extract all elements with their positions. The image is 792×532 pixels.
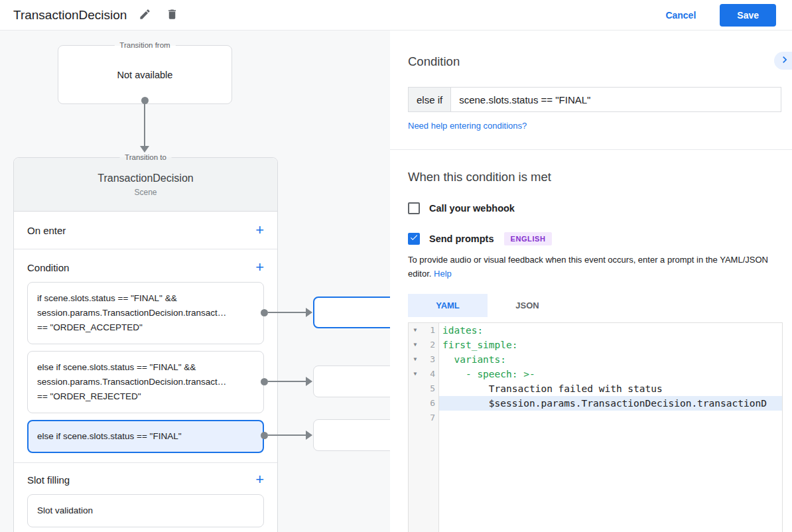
tab-yaml[interactable]: YAML [408,294,488,317]
transition-to-box: Transition to TransactionDecision Scene … [13,157,278,532]
condition-expression-input[interactable] [451,88,781,111]
line-number: 6 [422,396,439,411]
delete-scene-button[interactable] [163,5,181,25]
arrow-right-icon [306,308,312,317]
line-number: 2 [422,338,439,352]
tab-json[interactable]: JSON [488,294,567,317]
code-lines: ▼1idates:▼2first_simple:▼3 variants:▼4 -… [409,323,782,425]
code-line[interactable]: ▼2first_simple: [409,338,782,352]
on-enter-label: On enter [27,225,66,236]
top-bar: TransactionDecision Cancel Save [0,0,792,31]
add-on-enter-button[interactable]: + [255,223,264,237]
code-line[interactable]: ▼3 variants: [409,352,782,367]
editor-gutter-rest [409,425,782,532]
code-text: idates: [439,323,782,338]
line-number: 3 [422,352,439,367]
condition-line: == "ORDER_REJECTED" [37,389,254,404]
code-line[interactable]: 5 Transaction failed with status [409,381,782,396]
webhook-label: Call your webhook [429,203,515,214]
condition-card-rejected[interactable]: else if scene.slots.status == "FINAL" &&… [27,351,264,413]
arrow-down-icon [140,146,149,153]
connector-dot [261,309,268,316]
code-text [439,411,782,425]
transition-from-value: Not available [117,70,173,80]
fold-arrow-icon[interactable]: ▼ [409,352,422,367]
condition-section-label: Condition [27,262,69,273]
yaml-code-editor[interactable]: ▼1idates:▼2first_simple:▼3 variants:▼4 -… [408,322,783,532]
transition-from-box: Transition from Not available [58,45,232,104]
on-enter-section: On enter + [14,212,277,249]
code-line[interactable]: 6 $session.params.TransactionDecision.tr… [409,396,782,411]
pencil-icon [139,8,151,23]
transition-target-box-active[interactable] [313,297,390,328]
line-number: 1 [422,323,439,338]
collapse-panel-button[interactable] [774,52,792,70]
condition-line: == "ORDER_ACCEPTED" [37,320,254,335]
scene-name: TransactionDecision [14,172,277,184]
condition-section: Condition + if scene.slots.status == "FI… [14,249,277,463]
webhook-checkbox[interactable] [408,202,420,214]
cancel-button[interactable]: Cancel [665,10,696,21]
add-slot-button[interactable]: + [255,472,264,487]
condition-prefix-label: else if [409,88,451,111]
condition-help-link[interactable]: Need help entering conditions? [408,121,527,131]
condition-line: else if scene.slots.status == "FINAL" [37,429,254,444]
trash-icon [166,8,178,23]
fold-arrow-icon[interactable]: ▼ [409,323,422,338]
code-text: variants: [439,352,782,367]
scene-type-label: Scene [14,188,277,197]
connector-dot [261,432,268,439]
condition-panel-title: Condition [408,54,781,69]
transition-to-legend: Transition to [119,153,172,163]
transition-from-legend: Transition from [114,40,175,50]
send-prompts-checkbox[interactable] [408,233,420,245]
transition-target-box[interactable] [313,366,390,397]
code-text: $session.params.TransactionDecision.tran… [439,396,782,411]
connector-line [144,103,145,146]
prompt-helper-text: To provide audio or visual feedback when… [408,253,781,281]
slot-filling-label: Slot filling [27,474,70,486]
chevron-right-icon [778,53,791,68]
helper-text: To provide audio or visual feedback when… [408,255,768,279]
transition-target-box[interactable] [313,419,390,451]
arrow-right-icon [306,431,312,440]
condition-line: session.params.TransactionDecision.trans… [37,375,254,389]
prompts-check-row: Send prompts ENGLISH [408,232,781,245]
editor-tabs: YAML JSON [408,294,781,317]
code-line[interactable]: 7 [409,411,782,425]
checkmark-icon [409,233,419,245]
edit-title-button[interactable] [136,5,154,25]
slot-validation-card[interactable]: Slot validation [27,494,264,527]
fold-gutter [409,396,422,411]
condition-expression-row: else if [408,87,781,112]
arrow-right-icon [306,377,312,386]
language-badge: ENGLISH [504,232,551,245]
code-line[interactable]: ▼4 - speech: >- [409,367,782,381]
connector-dot [261,378,268,385]
code-line[interactable]: ▼1idates: [409,323,782,338]
condition-card-final-selected[interactable]: else if scene.slots.status == "FINAL" [27,420,264,453]
page-title: TransactionDecision [13,8,127,23]
condition-line: if scene.slots.status == "FINAL" && [37,291,254,306]
code-text: - speech: >- [439,367,782,381]
save-button[interactable]: Save [720,4,776,27]
fold-gutter [409,411,422,425]
send-prompts-label: Send prompts [429,233,494,244]
fold-gutter [409,381,422,396]
code-text: first_simple: [439,338,782,352]
condition-line: session.params.TransactionDecision.trans… [37,306,254,320]
condition-line: else if scene.slots.status == "FINAL" && [37,360,254,375]
connector-line [268,434,306,436]
condition-card-accepted[interactable]: if scene.slots.status == "FINAL" && sess… [27,282,264,344]
connector-line [268,381,306,382]
when-met-title: When this condition is met [408,170,781,184]
line-number: 4 [422,367,439,381]
fold-arrow-icon[interactable]: ▼ [409,367,422,381]
webhook-check-row: Call your webhook [408,202,781,214]
fold-arrow-icon[interactable]: ▼ [409,338,422,352]
condition-editor-panel: Condition else if Need help entering con… [390,31,792,532]
code-text: Transaction failed with status [439,381,782,396]
help-link[interactable]: Help [434,269,452,279]
line-number: 5 [422,381,439,396]
add-condition-button[interactable]: + [255,260,264,275]
